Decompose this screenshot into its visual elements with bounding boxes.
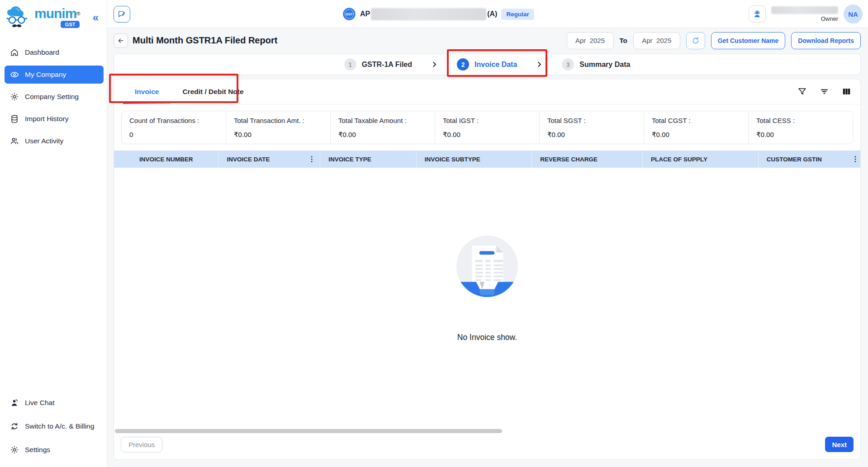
to-label: To [620,37,627,44]
munim-wordmark: munim® GST [34,7,80,28]
sidebar-footer: Live Chat Switch to A/c. & Billing Setti… [0,394,107,467]
get-customer-name-button[interactable]: Get Customer Name [711,32,786,49]
registered-mark: ® [76,11,80,16]
database-icon [10,114,19,123]
filter-funnel-icon[interactable] [797,87,807,96]
columns-icon[interactable] [842,87,851,96]
sidebar-item-settings[interactable]: Settings [5,441,104,459]
back-button[interactable] [114,33,128,48]
switch-arrows-icon [10,422,19,431]
download-reports-button[interactable]: Download Reports [791,32,861,49]
redacted-user-name [771,6,838,14]
svg-text:GST: GST [346,12,353,16]
empty-state-message: No Invoice show. [457,333,517,342]
topbar: GST AP (A) Regular Owner NA [107,0,868,28]
invoice-table-header: INVOICE NUMBER INVOICE DATE ⋮ INVOICE TY… [114,151,860,168]
column-customer-gstin[interactable]: CUSTOMER GSTIN [759,151,860,168]
stat-count-of-transactions: Count of Transactions : 0 [122,111,226,144]
refresh-icon [692,37,700,45]
stat-total-cess: Total CESS : ₹0.00 [749,111,853,144]
message-edit-icon [117,9,127,19]
gear-icon [10,92,19,101]
column-invoice-date[interactable]: INVOICE DATE ⋮ [218,151,320,168]
report-controls: Apr 2025 To Apr 2025 Get Customer Name D… [567,32,861,49]
sidebar-item-label: Import History [25,115,68,123]
company-name-prefix: AP [360,10,370,18]
column-menu-icon[interactable]: ⋮ [308,156,315,163]
table-menu-icon[interactable]: ⋮ [852,156,859,163]
sidebar-item-user-activity[interactable]: User Activity [5,132,104,150]
avatar[interactable]: NA [844,5,863,24]
user-area: Owner NA [749,0,863,28]
refresh-button[interactable] [686,32,705,49]
report-content-card: Invoice Credit / Debit Note Count of Tra… [114,79,861,460]
step-number: 3 [562,58,574,71]
feedback-compose-button[interactable] [114,6,130,23]
owner-label: Owner [821,15,838,22]
no-invoice-illustration-icon [455,234,519,298]
munim-mascot-icon [6,6,31,29]
logo: munim® GST « [0,0,107,33]
date-from-input[interactable]: Apr 2025 [567,32,614,49]
step-number: 2 [457,58,469,71]
date-to-input[interactable]: Apr 2025 [633,32,680,49]
scrollbar-thumb[interactable] [115,429,502,433]
support-button[interactable] [749,5,766,23]
sidebar: munim® GST « Dashboard My Company Compan… [0,0,107,467]
gst-logo-badge: GST [61,21,80,28]
sidebar-item-label: Live Chat [25,399,54,407]
sidebar-item-dashboard[interactable]: Dashboard [5,43,104,61]
gst-seal-icon: GST [342,7,356,21]
sidebar-item-label: User Activity [25,137,63,145]
tab-credit-debit-note[interactable]: Credit / Debit Note [171,79,255,104]
horizontal-scrollbar [115,429,859,433]
next-button[interactable]: Next [825,437,854,452]
sidebar-item-live-chat[interactable]: Live Chat [5,394,104,412]
column-invoice-number[interactable]: INVOICE NUMBER [114,151,218,168]
chevron-right-icon [431,61,438,68]
sort-filter-lines-icon[interactable] [820,87,829,96]
report-stepper: 1 GSTR-1A Filed 2 Invoice Data 3 Summary… [114,54,861,75]
page-header: Multi Month GSTR1A Filed Report Apr 2025… [107,28,868,53]
tab-invoice[interactable]: Invoice [123,79,171,104]
redacted-company-name [371,8,486,20]
sidebar-item-label: Switch to A/c. & Billing [25,422,94,430]
step-label: Summary Data [579,61,630,69]
app-root: munim® GST « Dashboard My Company Compan… [0,0,868,467]
gear-icon [10,445,19,454]
regular-badge: Regular [501,9,534,20]
step-label: Invoice Data [474,61,517,69]
stat-total-igst: Total IGST : ₹0.00 [435,111,540,144]
table-tools [797,79,851,104]
step-summary-data[interactable]: 3 Summary Data [562,58,630,71]
step-gstr1a-filed[interactable]: 1 GSTR-1A Filed [344,58,412,71]
column-invoice-subtype[interactable]: INVOICE SUBTYPE [417,151,532,168]
user-name-block: Owner [771,6,838,22]
column-place-of-supply[interactable]: PLACE OF SUPPLY [643,151,759,168]
sidebar-item-import-history[interactable]: Import History [5,110,104,128]
sidebar-item-label: Settings [25,446,50,454]
sidebar-item-label: My Company [25,71,66,79]
main-area: GST AP (A) Regular Owner NA [107,0,868,467]
company-selector[interactable]: GST AP (A) Regular [342,0,534,28]
stat-total-cgst: Total CGST : ₹0.00 [644,111,749,144]
sidebar-item-company-setting[interactable]: Company Setting [5,88,104,106]
company-name-suffix: (A) [487,10,497,18]
invoice-table-empty-state: No Invoice show. [114,168,860,429]
stat-total-transaction-amt: Total Transaction Amt. : ₹0.00 [226,111,331,144]
page-title: Multi Month GSTR1A Filed Report [133,35,277,46]
eye-icon [10,70,19,79]
live-chat-person-icon [10,398,19,407]
totals-summary-bar: Count of Transactions : 0 Total Transact… [121,111,853,144]
sidebar-collapse-icon[interactable]: « [90,11,101,24]
column-reverse-charge[interactable]: REVERSE CHARGE [532,151,643,168]
sidebar-item-switch-billing[interactable]: Switch to A/c. & Billing [5,417,104,435]
column-invoice-type[interactable]: INVOICE TYPE [320,151,417,168]
tabs-bar: Invoice Credit / Debit Note [114,79,860,104]
logo-text: munim [34,6,76,21]
step-label: GSTR-1A Filed [362,61,412,69]
arrow-left-icon [117,37,124,44]
previous-button[interactable]: Previous [121,437,162,453]
step-invoice-data[interactable]: 2 Invoice Data [457,58,517,71]
sidebar-item-my-company[interactable]: My Company [5,66,104,84]
